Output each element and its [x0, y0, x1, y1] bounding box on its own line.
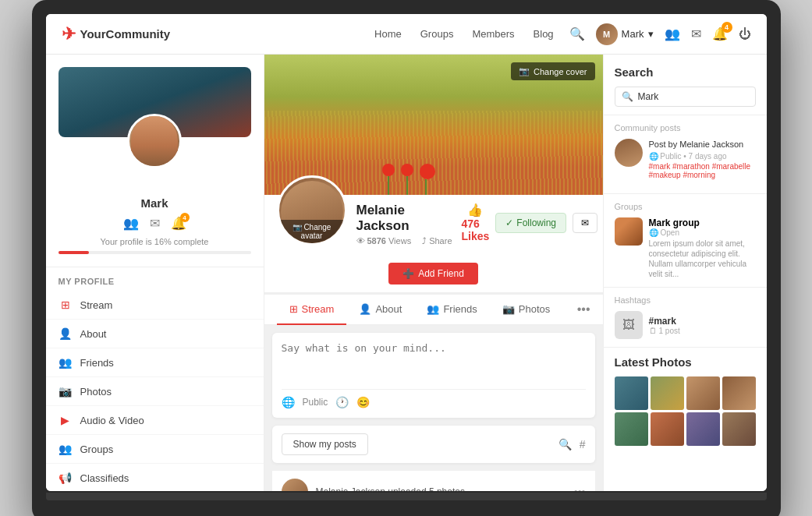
change-cover-button[interactable]: 📷 Change cover — [511, 62, 595, 80]
change-cover-label: Change cover — [534, 67, 587, 76]
sidebar-label-about: About — [80, 328, 107, 340]
top-navigation: ✈ YourCommunity Home Groups Members Blog… — [46, 14, 767, 55]
sidebar-item-friends[interactable]: 👥 Friends — [46, 348, 264, 377]
people-icon[interactable]: 👥 — [665, 27, 680, 41]
share-stat[interactable]: ⤴ Share — [422, 236, 452, 246]
group-status: 🌐 Open — [649, 228, 756, 237]
photo-thumb-6[interactable] — [651, 412, 684, 446]
search-title: Search — [615, 65, 756, 79]
photo-thumb-1[interactable] — [615, 376, 648, 410]
group-details: Mark group 🌐 Open Lorem ipsum dolor sit … — [649, 217, 756, 279]
add-icon: ➕ — [402, 268, 414, 279]
sidebar-badge: 4 — [180, 213, 190, 222]
profile-cover: 📷 Change cover — [264, 55, 603, 195]
notifications-icon[interactable]: 🔔 4 — [712, 27, 728, 41]
about-tab-icon: 👤 — [359, 303, 371, 315]
sidebar-item-about[interactable]: 👤 About — [46, 320, 264, 348]
views-stat: 👁 5876 Views — [356, 236, 412, 246]
following-button[interactable]: ✓ Following — [495, 213, 566, 233]
sidebar-item-photos[interactable]: 📷 Photos — [46, 377, 264, 406]
message-button[interactable]: ✉ — [573, 213, 597, 233]
post-compose-footer: 🌐 Public 🕐 😊 — [282, 389, 586, 408]
left-sidebar: Mark 👥 ✉ 🔔 4 Your profile is 16% complet… — [46, 55, 264, 491]
center-content: 📷 Change cover 📷 Change avatar Mela — [264, 55, 603, 491]
photos-tab-label: Photos — [519, 303, 550, 315]
friends-tab-icon: 👥 — [427, 303, 439, 315]
poppies-decoration — [382, 164, 435, 179]
power-icon[interactable]: ⏻ — [739, 27, 751, 41]
group-status-text: Open — [661, 228, 679, 237]
show-my-posts-button[interactable]: Show my posts — [282, 433, 368, 455]
sidebar-item-stream[interactable]: ⊞ Stream — [46, 291, 264, 320]
photo-thumb-4[interactable] — [722, 376, 756, 410]
community-posts-label: Community posts — [615, 123, 756, 133]
community-post-avatar — [615, 139, 643, 167]
avatar: M — [596, 23, 618, 45]
emoji-icon[interactable]: 😊 — [356, 396, 370, 408]
hashtag-details: #mark 🗒 1 post — [649, 316, 680, 335]
globe-icon: 🌐 — [282, 396, 295, 408]
user-menu[interactable]: M Mark ▾ — [596, 23, 654, 45]
photo-thumb-2[interactable] — [651, 376, 684, 410]
change-avatar-button[interactable]: 📷 Change avatar — [279, 220, 345, 243]
poppy-3 — [420, 164, 435, 179]
search-posts-icon[interactable]: 🔍 — [558, 438, 572, 451]
email-icon[interactable]: ✉ — [150, 216, 160, 231]
nav-blog[interactable]: Blog — [534, 28, 554, 40]
stream-tab-label: Stream — [302, 303, 335, 315]
add-friend-bar: ➕ Add Friend — [264, 255, 603, 293]
profile-card: Mark 👥 ✉ 🔔 4 Your profile is 16% complet… — [46, 55, 264, 267]
photo-thumb-3[interactable] — [686, 376, 720, 410]
thumbs-up-icon: 👍 — [467, 203, 483, 217]
bell-icon[interactable]: 🔔 4 — [171, 216, 186, 231]
latest-photos-section: Latest Photos — [604, 348, 767, 454]
add-friend-button[interactable]: ➕ Add Friend — [388, 263, 478, 285]
photos-icon: 📷 — [59, 384, 73, 398]
community-post-item: Post by Melanie Jackson 🌐 Public • 7 day… — [615, 139, 756, 179]
sidebar-label-classifieds: Classifieds — [80, 472, 129, 484]
logo[interactable]: ✈ YourCommunity — [62, 24, 171, 44]
sidebar-label-audio-video: Audio & Video — [80, 415, 144, 426]
progress-bar-bg — [59, 251, 251, 254]
profile-info-bar: 📷 Change avatar Melanie Jackson 👁 5876 V… — [264, 195, 603, 255]
group-avatar — [615, 217, 643, 246]
notification-badge: 4 — [722, 22, 732, 33]
search-icon[interactable]: 🔍 — [569, 27, 585, 41]
activity-more-button[interactable]: ••• — [574, 486, 586, 491]
post-textarea[interactable] — [282, 342, 586, 381]
photo-thumb-8[interactable] — [722, 412, 756, 446]
nav-groups[interactable]: Groups — [420, 28, 454, 40]
tab-about[interactable]: 👤 About — [346, 295, 414, 325]
share-label: Share — [429, 236, 452, 246]
share-icon: ⤴ — [422, 236, 427, 246]
stream-tab-icon: ⊞ — [289, 303, 298, 315]
tabs-more-button[interactable]: ••• — [577, 302, 590, 316]
sidebar-label-friends: Friends — [80, 357, 114, 369]
sidebar-item-groups[interactable]: 👥 Groups — [46, 435, 264, 464]
tab-photos[interactable]: 📷 Photos — [490, 295, 562, 325]
nav-home[interactable]: Home — [374, 28, 402, 40]
nav-members[interactable]: Members — [472, 28, 514, 40]
community-post-author: Post by Melanie Jackson — [649, 139, 756, 150]
search-input[interactable] — [638, 91, 749, 102]
likes-count: 👍 476 Likes — [462, 203, 490, 242]
sidebar-item-classifieds[interactable]: 📢 Classifieds — [46, 464, 264, 491]
sidebar-item-audio-video[interactable]: ▶ Audio & Video — [46, 406, 264, 435]
photos-grid — [615, 376, 756, 446]
tab-stream[interactable]: ⊞ Stream — [277, 295, 347, 325]
change-avatar-label: Change avatar — [301, 223, 332, 240]
sidebar-label-stream: Stream — [80, 299, 113, 311]
eye-icon: 👁 — [356, 236, 365, 246]
hashtag-icon[interactable]: # — [580, 438, 586, 451]
tab-friends[interactable]: 👥 Friends — [414, 295, 489, 325]
messages-icon[interactable]: ✉ — [691, 27, 701, 41]
sidebar-profile-name: Mark — [59, 196, 251, 210]
photo-thumb-5[interactable] — [615, 412, 648, 446]
friends-icon[interactable]: 👥 — [123, 216, 139, 231]
nav-links: Home Groups Members Blog — [374, 28, 554, 40]
nav-icons: 🔍 M Mark ▾ 👥 ✉ 🔔 4 ⏻ — [569, 23, 751, 45]
search-box[interactable]: 🔍 — [615, 87, 756, 107]
photo-thumb-7[interactable] — [686, 412, 720, 446]
progress-bar-fill — [59, 251, 90, 254]
group-name: Mark group — [649, 217, 756, 228]
